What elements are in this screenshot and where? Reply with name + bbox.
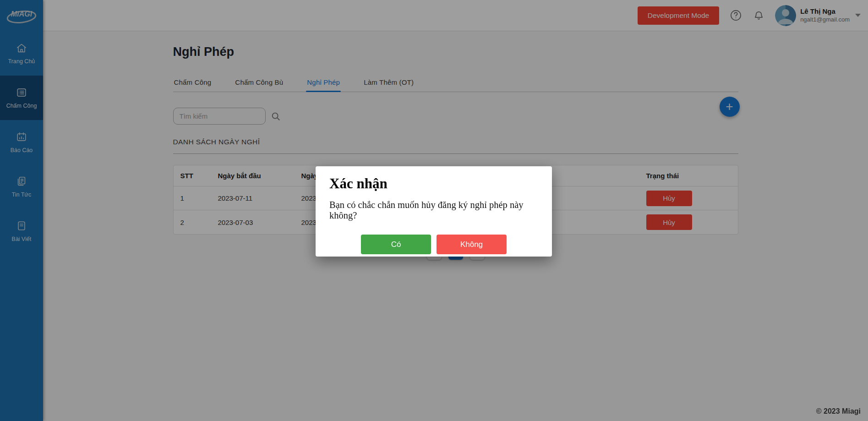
confirm-dialog: Xác nhận Bạn có chắc chắn muốn hủy đăng … [316,166,552,257]
dialog-title: Xác nhận [329,175,538,192]
dialog-actions: Có Không [329,235,538,254]
dialog-message: Bạn có chắc chắn muốn hủy đăng ký nghỉ p… [329,200,538,221]
confirm-no-button[interactable]: Không [437,235,507,254]
confirm-yes-button[interactable]: Có [361,235,431,254]
